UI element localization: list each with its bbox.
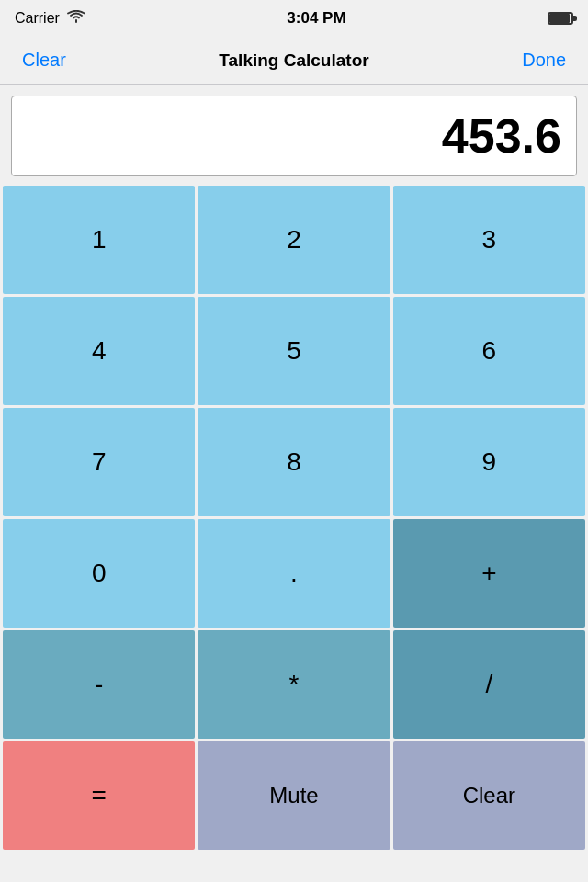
key-multiply[interactable]: * [198, 630, 390, 739]
status-right [548, 12, 573, 25]
status-bar: Carrier 3:04 PM [0, 0, 588, 37]
keypad: 1 2 3 4 5 6 7 8 9 0 . + - * / = Mute Cle… [0, 186, 588, 850]
key-9[interactable]: 9 [393, 408, 585, 516]
key-3[interactable]: 3 [393, 186, 585, 294]
display-value: 453.6 [442, 108, 561, 164]
key-1[interactable]: 1 [3, 186, 195, 294]
key-6[interactable]: 6 [393, 297, 585, 405]
key-0[interactable]: 0 [3, 519, 195, 628]
key-divide[interactable]: / [393, 630, 585, 739]
key-plus[interactable]: + [393, 519, 585, 628]
nav-bar: Clear Talking Calculator Done [0, 37, 588, 85]
status-time: 3:04 PM [287, 9, 345, 28]
wifi-icon [67, 10, 85, 28]
calculator-display: 453.6 [11, 96, 577, 176]
key-4[interactable]: 4 [3, 297, 195, 405]
key-7[interactable]: 7 [3, 408, 195, 516]
done-button[interactable]: Done [514, 46, 573, 74]
key-2[interactable]: 2 [198, 186, 390, 294]
key-8[interactable]: 8 [198, 408, 390, 516]
battery-icon [548, 12, 573, 25]
key-mute[interactable]: Mute [198, 741, 390, 850]
key-equals[interactable]: = [3, 741, 195, 850]
nav-title: Talking Calculator [219, 51, 368, 71]
clear-nav-button[interactable]: Clear [15, 46, 74, 74]
carrier-label: Carrier [15, 10, 60, 27]
key-5[interactable]: 5 [198, 297, 390, 405]
key-dot[interactable]: . [198, 519, 390, 628]
key-clear[interactable]: Clear [393, 741, 585, 850]
status-left: Carrier [15, 10, 85, 28]
key-minus[interactable]: - [3, 630, 195, 739]
